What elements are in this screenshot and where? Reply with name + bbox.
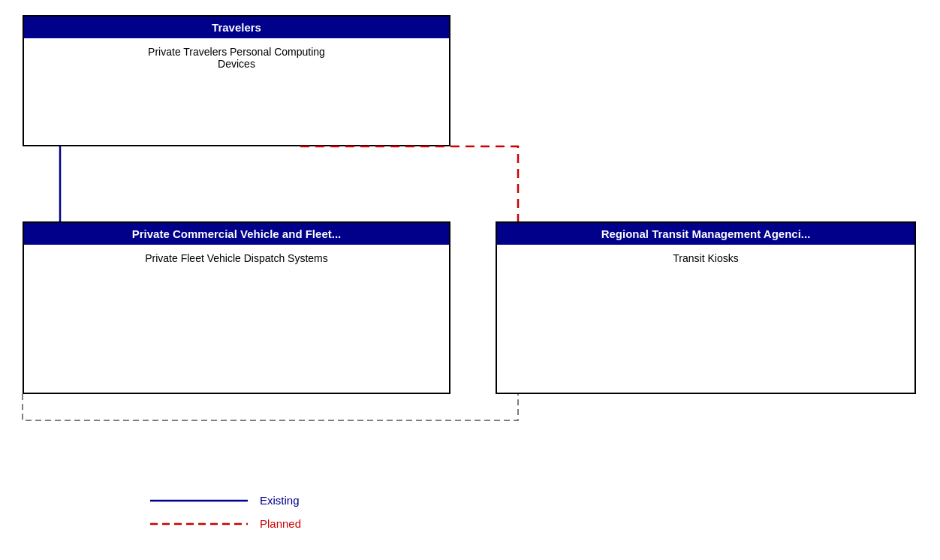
legend-planned: Planned (150, 517, 301, 530)
travelers-header: Travelers (24, 17, 449, 38)
travelers-body: Private Travelers Personal ComputingDevi… (24, 38, 449, 77)
pcv-body: Private Fleet Vehicle Dispatch Systems (24, 245, 449, 272)
legend-planned-label: Planned (260, 517, 301, 530)
pcv-node: Private Commercial Vehicle and Fleet... … (23, 221, 450, 394)
legend-existing-line-svg (150, 497, 248, 504)
red-connection-line-travelers-rtm (300, 146, 518, 221)
diagram-container: Travelers Private Travelers Personal Com… (0, 0, 940, 560)
pcv-header: Private Commercial Vehicle and Fleet... (24, 223, 449, 245)
legend-existing-label: Existing (260, 494, 300, 507)
rtm-body: Transit Kiosks (497, 245, 914, 272)
travelers-node: Travelers Private Travelers Personal Com… (23, 15, 450, 146)
dashed-bottom-connection (23, 394, 518, 420)
legend-existing: Existing (150, 494, 301, 507)
legend-planned-line-svg (150, 520, 248, 528)
rtm-node: Regional Transit Management Agenci... Tr… (496, 221, 916, 394)
legend-existing-line-container (150, 497, 248, 504)
rtm-header: Regional Transit Management Agenci... (497, 223, 914, 245)
legend: Existing Planned (150, 494, 301, 530)
legend-planned-line-container (150, 520, 248, 528)
